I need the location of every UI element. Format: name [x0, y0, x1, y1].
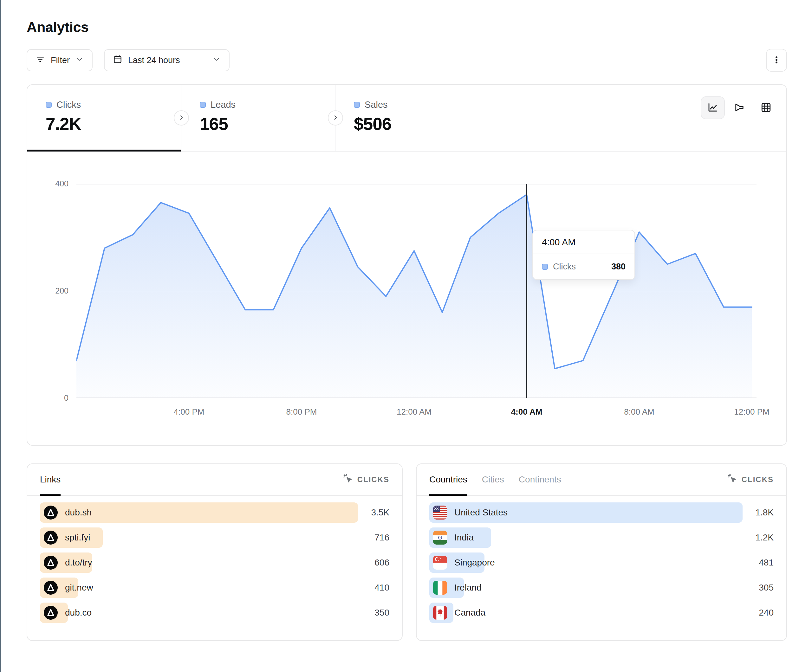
links-metric-selector[interactable]: CLICKS: [343, 474, 389, 486]
sg-flag-icon: [433, 556, 447, 570]
tab-clicks[interactable]: Clicks 7.2K: [27, 85, 181, 151]
funnel-view-button[interactable]: [727, 96, 751, 119]
x-axis-tick-label: 4:00 AM: [511, 407, 542, 417]
geo-panel: Countries Cities Continents: [416, 464, 787, 641]
stat-label: Clicks: [56, 99, 81, 110]
filter-icon: [36, 55, 45, 66]
clicks-legend-swatch: [46, 102, 52, 108]
clicks-count: 1.8K: [755, 508, 774, 518]
links-panel: Links CLICKS dub.sh3.5Kspti.fyi716d.to/t…: [27, 464, 403, 641]
country-row-united-states[interactable]: United States1.8K: [429, 502, 774, 523]
more-options-button[interactable]: [766, 49, 787, 72]
country-row-india[interactable]: India1.2K: [429, 527, 774, 548]
tab-leads[interactable]: Leads 165: [181, 85, 336, 151]
date-range-button[interactable]: Last 24 hours: [104, 49, 230, 71]
stats-row: Clicks 7.2K Leads 165 Sales: [27, 85, 786, 152]
leads-legend-swatch: [200, 102, 206, 108]
line-chart-icon: [707, 102, 718, 114]
funnel-icon: [734, 102, 745, 114]
chevron-down-icon: [212, 55, 221, 66]
us-flag-icon: [433, 506, 447, 520]
link-row-d-to-try[interactable]: d.to/try606: [40, 553, 389, 573]
x-axis-tick-label: 8:00 PM: [286, 407, 317, 417]
link-row-dub-co[interactable]: dub.co350: [40, 602, 389, 623]
dub-logo-icon: [44, 581, 58, 595]
tab-cities-label: Cities: [482, 474, 504, 484]
link-row-dub-sh[interactable]: dub.sh3.5K: [40, 502, 389, 523]
dub-logo-icon: [44, 530, 58, 544]
link-name: git.new: [65, 583, 93, 593]
filter-button[interactable]: Filter: [27, 49, 92, 71]
x-axis-tick-label: 4:00 PM: [174, 407, 205, 417]
tooltip-value: 380: [611, 262, 626, 272]
link-row-spti-fyi[interactable]: spti.fyi716: [40, 527, 389, 548]
filter-button-label: Filter: [51, 55, 70, 65]
chart-tooltip: 4:00 AM Clicks 380: [532, 230, 635, 280]
clicks-timeseries-chart[interactable]: 4002000 4:00 PM8:00 PM12:00 AM4:00 AM8:0…: [27, 152, 786, 445]
tab-countries-label: Countries: [429, 474, 467, 484]
countries-list: United States1.8KIndia1.2KSingapore481Ir…: [416, 496, 786, 623]
clicks-count: 481: [759, 558, 774, 568]
date-range-label: Last 24 hours: [128, 55, 180, 65]
tab-links[interactable]: Links: [40, 464, 61, 495]
tooltip-series-label: Clicks: [553, 262, 576, 272]
expand-leads-button[interactable]: [328, 110, 343, 126]
page-title: Analytics: [27, 0, 787, 36]
stat-label: Sales: [365, 99, 388, 110]
table-view-button[interactable]: [754, 96, 778, 119]
y-axis-tick-label: 0: [31, 393, 68, 403]
country-name: Ireland: [454, 583, 482, 593]
country-name: Canada: [454, 608, 485, 618]
kebab-menu-icon: [772, 55, 781, 66]
tab-links-label: Links: [40, 474, 61, 484]
link-name: d.to/try: [65, 558, 92, 568]
country-row-ireland[interactable]: Ireland305: [429, 578, 774, 598]
calendar-icon: [113, 55, 123, 66]
ca-flag-icon: [433, 606, 447, 620]
tooltip-time: 4:00 AM: [533, 230, 635, 254]
dub-logo-icon: [44, 506, 58, 520]
x-axis-tick-label: 12:00 AM: [397, 407, 432, 417]
analytics-card: Clicks 7.2K Leads 165 Sales: [27, 84, 787, 446]
stat-value: $506: [354, 114, 490, 134]
stat-value: 165: [200, 114, 335, 134]
grid-table-icon: [760, 102, 772, 114]
dub-logo-icon: [44, 606, 58, 620]
tab-continents[interactable]: Continents: [519, 464, 561, 495]
in-flag-icon: [433, 530, 447, 544]
clicks-count: 3.5K: [371, 508, 389, 518]
link-name: dub.sh: [65, 508, 92, 518]
chart-plot-area[interactable]: [77, 184, 757, 398]
tab-continents-label: Continents: [519, 474, 561, 484]
toolbar: Filter Last 24 hours: [27, 49, 787, 72]
country-name: United States: [454, 508, 508, 518]
clicks-legend-swatch: [542, 264, 548, 270]
stat-label: Leads: [210, 99, 235, 110]
clicks-count: 350: [374, 608, 389, 618]
y-axis-tick-label: 200: [31, 286, 68, 295]
cursor-click-icon: [343, 474, 353, 486]
links-panel-header: Links CLICKS: [27, 464, 402, 496]
dub-logo-icon: [44, 556, 58, 570]
country-row-canada[interactable]: Canada240: [429, 602, 774, 623]
links-list: dub.sh3.5Kspti.fyi716d.to/try606git.new4…: [27, 496, 402, 623]
stat-value: 7.2K: [46, 114, 181, 134]
clicks-count: 1.2K: [755, 532, 774, 543]
links-metric-label: CLICKS: [357, 475, 389, 484]
link-row-git-new[interactable]: git.new410: [40, 578, 389, 598]
expand-clicks-button[interactable]: [174, 110, 189, 126]
geo-metric-label: CLICKS: [742, 475, 774, 484]
cursor-click-icon: [727, 474, 737, 486]
tab-sales[interactable]: Sales $506: [336, 85, 490, 151]
link-name: spti.fyi: [65, 532, 90, 543]
chevron-right-icon: [332, 114, 339, 122]
sales-legend-swatch: [354, 102, 360, 108]
line-chart-view-button[interactable]: [701, 96, 725, 119]
country-name: Singapore: [454, 558, 495, 568]
country-row-singapore[interactable]: Singapore481: [429, 553, 774, 573]
tab-countries[interactable]: Countries: [429, 464, 467, 495]
clicks-count: 410: [374, 583, 389, 593]
chart-type-switcher: [701, 96, 778, 119]
geo-metric-selector[interactable]: CLICKS: [727, 474, 774, 486]
tab-cities[interactable]: Cities: [482, 464, 504, 495]
